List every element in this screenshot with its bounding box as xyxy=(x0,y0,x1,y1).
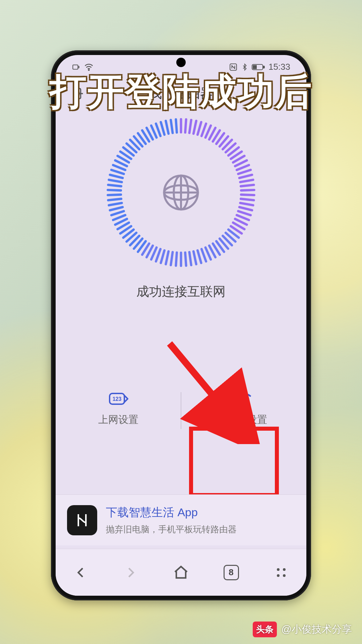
app-download-banner[interactable]: 下载智慧生活 App 抛弃旧电脑，手机平板玩转路由器 xyxy=(56,494,306,545)
app-icon xyxy=(67,505,97,535)
svg-line-99 xyxy=(176,119,177,132)
svg-line-79 xyxy=(108,185,121,186)
status-dial xyxy=(104,115,258,270)
instruction-caption: 打开登陆成功后 xyxy=(0,67,362,117)
svg-line-36 xyxy=(239,207,252,210)
svg-line-73 xyxy=(111,211,124,215)
svg-line-54 xyxy=(185,253,186,266)
svg-line-37 xyxy=(238,211,251,215)
video-frame: 打开登陆成功后 xyxy=(0,0,362,644)
svg-line-82 xyxy=(111,170,124,174)
tab-count: 8 xyxy=(224,565,239,580)
svg-line-77 xyxy=(108,195,121,195)
svg-line-80 xyxy=(109,180,122,182)
watermark: 头条 @小俊技术分享 xyxy=(253,622,352,637)
svg-line-53 xyxy=(189,252,191,265)
svg-line-15 xyxy=(201,124,206,136)
svg-line-108 xyxy=(170,343,237,424)
svg-line-95 xyxy=(156,124,160,136)
svg-line-58 xyxy=(166,251,169,264)
svg-line-11 xyxy=(185,119,186,132)
svg-line-31 xyxy=(241,185,254,186)
globe-icon xyxy=(161,172,201,213)
svg-line-59 xyxy=(161,250,165,263)
browser-back-button[interactable] xyxy=(70,562,92,583)
svg-line-72 xyxy=(113,215,125,220)
front-camera xyxy=(176,58,186,67)
browser-forward-button[interactable] xyxy=(120,562,141,583)
svg-line-78 xyxy=(108,190,121,190)
svg-line-75 xyxy=(109,203,122,205)
svg-line-30 xyxy=(240,180,253,182)
svg-line-33 xyxy=(241,195,254,195)
dial-pad-icon: 123 xyxy=(108,391,128,407)
svg-line-83 xyxy=(113,165,125,170)
browser-tabs-button[interactable]: 8 xyxy=(221,562,242,583)
svg-line-13 xyxy=(193,121,196,133)
svg-line-97 xyxy=(166,121,169,133)
phone-screen: 15:33 我的路由器 xyxy=(56,55,306,596)
browser-toolbar: 8 xyxy=(56,549,306,596)
svg-line-56 xyxy=(176,253,177,266)
svg-text:123: 123 xyxy=(112,396,121,402)
svg-line-27 xyxy=(237,165,249,170)
svg-line-14 xyxy=(197,122,201,135)
svg-line-52 xyxy=(193,251,196,264)
svg-line-51 xyxy=(197,250,201,263)
phone-frame: 15:33 我的路由器 xyxy=(51,50,311,600)
connection-status-panel: 成功连接互联网 xyxy=(56,115,306,300)
svg-line-12 xyxy=(189,120,191,133)
svg-line-50 xyxy=(201,249,206,262)
svg-line-32 xyxy=(241,190,254,190)
svg-line-60 xyxy=(156,249,160,262)
svg-line-28 xyxy=(238,170,251,174)
svg-line-98 xyxy=(171,120,173,133)
svg-line-96 xyxy=(161,122,165,135)
svg-line-76 xyxy=(108,199,121,200)
svg-line-34 xyxy=(241,199,254,200)
connection-status-text: 成功连接互联网 xyxy=(136,283,226,300)
svg-line-35 xyxy=(240,203,253,205)
internet-settings-label: 上网设置 xyxy=(98,413,138,427)
svg-line-29 xyxy=(239,175,252,178)
svg-line-38 xyxy=(237,215,249,220)
svg-line-81 xyxy=(110,175,123,178)
promo-subtitle: 抛弃旧电脑，手机平板玩转路由器 xyxy=(106,524,237,535)
svg-line-57 xyxy=(171,252,173,265)
watermark-badge: 头条 xyxy=(253,622,277,637)
watermark-author: @小俊技术分享 xyxy=(282,623,352,636)
browser-home-button[interactable] xyxy=(170,562,192,583)
promo-title: 下载智慧生活 App xyxy=(106,505,237,520)
svg-line-74 xyxy=(110,207,123,210)
browser-menu-button[interactable] xyxy=(270,562,292,583)
pointer-arrow xyxy=(160,337,267,444)
